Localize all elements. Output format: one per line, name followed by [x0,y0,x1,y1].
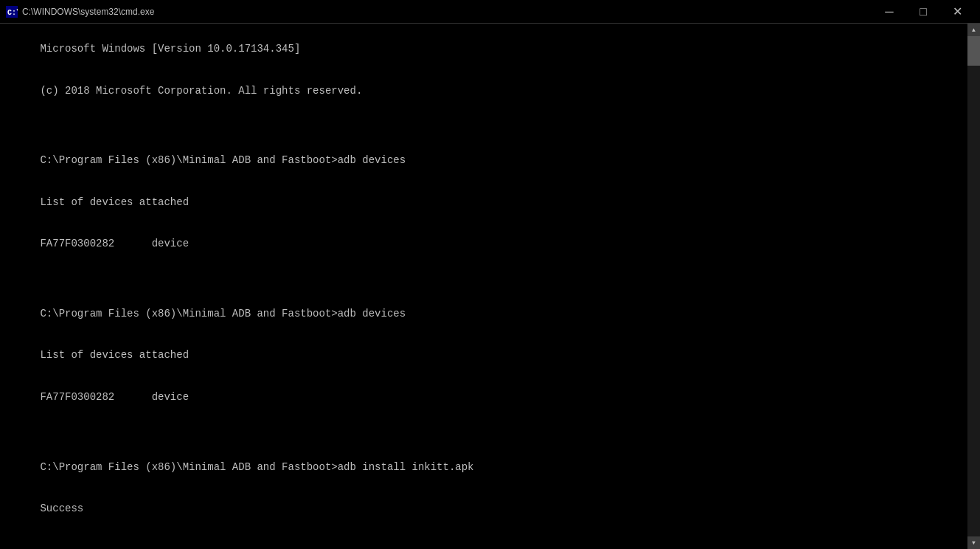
window-title: C:\WINDOWS\system32\cmd.exe [22,7,872,17]
title-bar: C:\ C:\WINDOWS\system32\cmd.exe ─ □ ✕ [0,0,980,24]
scroll-up-button[interactable]: ▲ [967,24,980,36]
cmd-icon: C:\ [6,6,18,18]
console-output: Microsoft Windows [Version 10.0.17134.34… [3,28,977,549]
line-9: List of devices attached [40,349,189,361]
scrollbar-thumb[interactable] [967,36,980,66]
minimize-button[interactable]: ─ [872,0,906,24]
scrollbar[interactable]: ▲ ▼ [967,24,980,549]
maximize-button[interactable]: □ [906,0,940,24]
svg-text:C:\: C:\ [7,9,18,17]
close-button[interactable]: ✕ [940,0,974,24]
line-10: FA77F0300282 device [40,391,189,403]
cmd-window: C:\ C:\WINDOWS\system32\cmd.exe ─ □ ✕ Mi… [0,0,980,549]
line-13: Success [40,503,83,514]
window-controls: ─ □ ✕ [872,0,974,24]
line-2: (c) 2018 Microsoft Corporation. All righ… [40,85,362,97]
scrollbar-track[interactable] [967,36,980,536]
line-4: C:\Program Files (x86)\Minimal ADB and F… [40,154,406,166]
line-8: C:\Program Files (x86)\Minimal ADB and F… [40,308,406,320]
line-12: C:\Program Files (x86)\Minimal ADB and F… [40,461,473,473]
console-area[interactable]: Microsoft Windows [Version 10.0.17134.34… [0,24,980,549]
line-5: List of devices attached [40,196,189,208]
scroll-down-button[interactable]: ▼ [967,536,980,549]
line-1: Microsoft Windows [Version 10.0.17134.34… [40,43,300,55]
line-6: FA77F0300282 device [40,238,189,249]
